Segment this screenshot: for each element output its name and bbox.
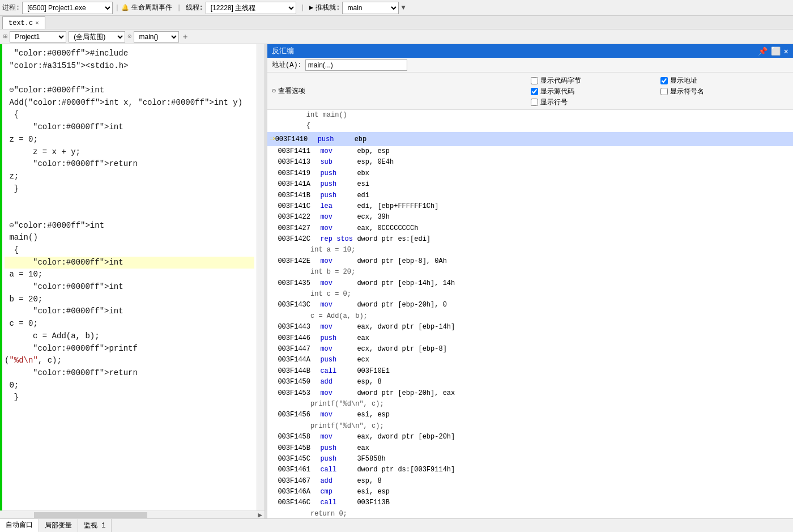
sep3: |	[301, 4, 305, 12]
thread-dropdown[interactable]: [12228] 主线程	[206, 2, 296, 14]
disasm-asm-line: 003F1450 add esp, 8	[267, 377, 793, 388]
disasm-content[interactable]: int main() { ⇒ 003F1410 push ebp 003F141…	[267, 110, 793, 518]
disasm-source-line: int b = 20;	[267, 267, 793, 278]
disasm-addr: 003F1456	[278, 410, 320, 420]
disasm-options: ⊖ 查看选项 显示代码字节 显示地址 显示源代码 显示符号名	[267, 73, 793, 110]
disasm-operands: eax, dword ptr [ebp-14h]	[357, 322, 455, 332]
code-line-14: "color:#0000ff">int	[5, 305, 254, 318]
disasm-addr: 003F1458	[278, 432, 320, 442]
disasm-controls: 📌 ⬜ ✕	[758, 46, 788, 56]
stack-extra-btn[interactable]: ▼	[401, 4, 405, 12]
code-area[interactable]: "color:#0000ff">#include "color:#a31515"…	[0, 44, 265, 510]
option-linenum-label: 显示行号	[540, 97, 568, 107]
disasm-operands: eax, 0CCCCCCCCh	[357, 224, 418, 233]
disasm-restore-icon[interactable]: ⬜	[771, 46, 781, 56]
disasm-mnemonic: call	[320, 465, 357, 475]
disasm-addr: 003F1453	[278, 389, 320, 398]
disasm-mnemonic: mov	[320, 344, 357, 354]
tab-close-icon[interactable]: ×	[35, 20, 39, 27]
disasm-operands: eax	[357, 334, 369, 343]
disasm-asm-line: 003F143C mov dword ptr [ebp-20h], 0	[267, 300, 793, 310]
scroll-right-btn[interactable]: ▶	[258, 510, 265, 519]
disasm-addr: 003F1410	[275, 135, 318, 144]
disasm-addr: 003F145B	[278, 444, 320, 453]
disasm-addr: 003F142E	[278, 257, 320, 266]
disasm-addr: 003F1467	[278, 476, 320, 486]
tab-bar: text.c ×	[0, 16, 793, 29]
disasm-operands: esp, 8	[357, 476, 381, 486]
disasm-mnemonic: cmp	[320, 487, 357, 497]
tab-locals[interactable]: 局部变量	[39, 519, 78, 533]
disasm-pin-icon[interactable]: 📌	[758, 46, 768, 56]
function-dropdown[interactable]: main()	[134, 31, 179, 42]
stack-dropdown[interactable]: main	[342, 2, 399, 14]
disasm-operands: edi	[357, 191, 369, 201]
disasm-operands: ebp, esp	[357, 147, 390, 156]
disasm-operands: 003F10E1	[357, 367, 390, 376]
disasm-asm-line: 003F141C lea edi, [ebp+FFFFFF1Ch]	[267, 201, 793, 212]
project-dropdown[interactable]: Project1	[10, 31, 66, 42]
disasm-addr: 003F144A	[278, 355, 320, 365]
tab-text-c[interactable]: text.c ×	[2, 16, 45, 29]
bottom-panel: 自动窗口 局部变量 监视 1	[0, 518, 793, 532]
disasm-mnemonic: push	[320, 444, 357, 453]
disasm-operands: esi, esp	[357, 410, 390, 420]
disasm-mnemonic: mov	[320, 322, 357, 332]
scope-dropdown[interactable]: (全局范围)	[69, 31, 125, 42]
disasm-mnemonic: add	[320, 476, 357, 486]
disasm-operands: ecx, 39h	[357, 212, 390, 222]
option-code-bytes-check[interactable]	[531, 77, 538, 84]
option-source-check[interactable]	[531, 88, 538, 95]
disasm-addr: 003F1446	[278, 334, 320, 343]
disasm-source-line: int a = 10;	[267, 245, 793, 256]
disasm-mnemonic: push	[320, 355, 357, 365]
disasm-operands: ecx, dword ptr [ebp-8]	[357, 344, 446, 354]
disasm-asm-line: 003F145C push 3F5858h	[267, 454, 793, 465]
disasm-operands: 003F113B	[357, 498, 390, 508]
disasm-operands: ebx	[357, 169, 369, 178]
disasm-mnemonic: push	[320, 191, 357, 201]
disasm-addr: 003F1411	[278, 147, 320, 156]
disasm-mnemonic: push	[320, 180, 357, 189]
disasm-operands: ebp	[355, 135, 367, 144]
code-line-5: z = x + y;	[5, 146, 254, 159]
option-symbol-label: 显示符号名	[670, 87, 704, 96]
option-linenum-check[interactable]	[531, 99, 538, 106]
option-symbol-check[interactable]	[660, 88, 668, 95]
code-line-13: "color:#0000ff">int	[5, 281, 254, 293]
disasm-operands: dword ptr [ebp-8], 0Ah	[357, 257, 446, 266]
disasm-addr: 003F1443	[278, 322, 320, 332]
tab-watch[interactable]: 监视 1	[78, 519, 112, 533]
code-hscrollbar[interactable]: ▶	[0, 510, 265, 518]
disasm-addr: 003F1461	[278, 465, 320, 475]
disasm-operands: esi, esp	[357, 487, 390, 497]
add-btn[interactable]: ＋	[181, 32, 189, 42]
disasm-addr: 003F142C	[278, 235, 320, 244]
disasm-source-line: c = Add(a, b);	[267, 311, 793, 322]
process-dropdown[interactable]: [6500] Project1.exe	[22, 2, 113, 14]
disasm-operands: 3F5858h	[357, 454, 385, 464]
code-line-18: }	[5, 391, 254, 404]
disasm-addr: 003F141C	[278, 202, 320, 211]
project-icon: ⊞	[3, 32, 7, 41]
code-line-0: "color:#0000ff">#include	[5, 48, 254, 60]
event-sep: |	[115, 4, 119, 12]
address-input[interactable]	[305, 59, 407, 71]
option-address-check[interactable]	[660, 77, 668, 84]
disasm-asm-line: 003F1447 mov ecx, dword ptr [ebp-8]	[267, 344, 793, 355]
disasm-mnemonic: mov	[320, 224, 357, 233]
disasm-asm-line: 003F1446 push eax	[267, 333, 793, 344]
tab-auto-window-label: 自动窗口	[6, 520, 33, 530]
code-vscrollbar[interactable]	[257, 44, 265, 510]
disasm-close-icon[interactable]: ✕	[784, 46, 788, 56]
tab-auto-window[interactable]: 自动窗口	[0, 519, 39, 533]
disasm-asm-line: 003F146C call 003F113B	[267, 497, 793, 508]
code-line-17: "color:#0000ff">return	[5, 367, 254, 380]
disasm-addr: 003F1422	[278, 212, 320, 222]
disasm-addr: 003F141A	[278, 180, 320, 189]
code-line-7: }	[5, 183, 254, 195]
disasm-operands: dword ptr [ebp-14h], 14h	[357, 279, 455, 288]
disasm-addr: 003F1435	[278, 279, 320, 288]
code-line-6: "color:#0000ff">return	[5, 158, 254, 171]
view-options-collapse[interactable]: ⊖	[272, 87, 276, 95]
